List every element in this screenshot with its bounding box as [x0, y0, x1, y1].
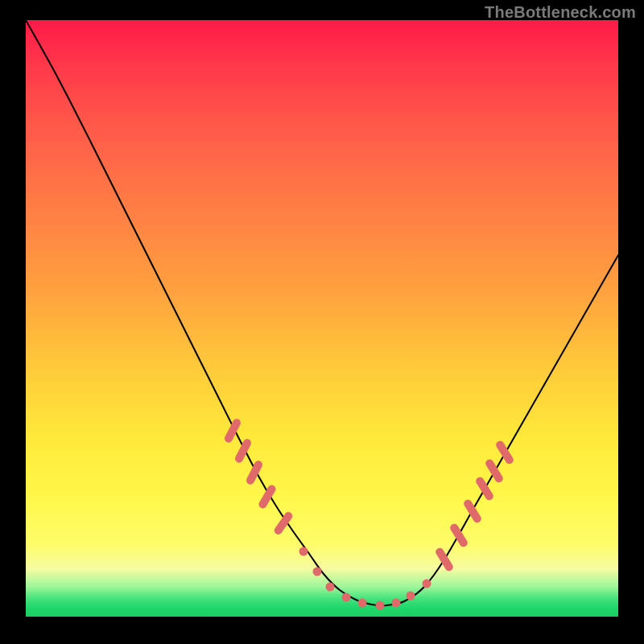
marker-dot [407, 592, 415, 601]
marker-dash [229, 423, 237, 439]
marker-dash [250, 464, 258, 481]
marker-dot [313, 568, 322, 576]
marker-dash [279, 516, 289, 530]
marker-dash [239, 443, 247, 459]
stage: TheBottleneck.com [0, 0, 644, 644]
watermark-text: TheBottleneck.com [485, 3, 636, 22]
marker-dot [376, 601, 385, 610]
marker-dot [299, 547, 308, 556]
marker-dot [423, 580, 431, 588]
chart-svg [26, 20, 618, 617]
marker-dot [342, 593, 351, 602]
marker-dot [392, 599, 401, 608]
curve-markers [229, 423, 510, 609]
marker-dot [358, 599, 367, 608]
marker-dot [326, 583, 335, 592]
plot-area [26, 20, 618, 617]
bottleneck-curve [26, 20, 618, 605]
marker-dash [263, 489, 272, 505]
